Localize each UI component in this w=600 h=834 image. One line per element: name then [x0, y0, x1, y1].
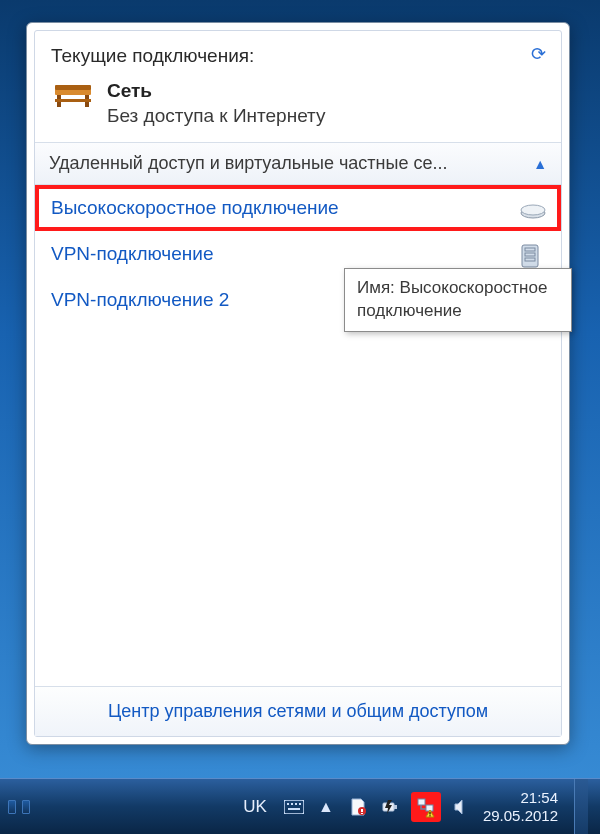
svg-rect-9: [525, 253, 535, 256]
system-tray: UK ▲ 21:54 29.05.2012: [237, 779, 600, 835]
current-network-text: Сеть Без доступа к Интернету: [107, 79, 326, 128]
volume-icon[interactable]: [451, 796, 473, 818]
clock-date: 29.05.2012: [483, 807, 558, 824]
network-status: Без доступа к Интернету: [107, 104, 326, 129]
svg-rect-26: [418, 799, 425, 805]
svg-point-6: [521, 205, 545, 215]
show-desktop-button[interactable]: [574, 779, 588, 835]
svg-rect-18: [295, 803, 297, 805]
svg-rect-23: [361, 813, 363, 814]
connection-label: VPN-подключение: [51, 243, 214, 265]
connection-tooltip: Имя: Высокоскоростное подключение: [344, 268, 572, 332]
modem-icon: [519, 197, 547, 219]
language-indicator[interactable]: UK: [237, 795, 273, 819]
taskbar-left: [0, 800, 237, 814]
svg-rect-20: [288, 808, 300, 810]
svg-rect-4: [55, 99, 91, 102]
power-icon[interactable]: [379, 796, 401, 818]
connection-item[interactable]: Высокоскоростное подключение: [35, 185, 561, 231]
connection-label: VPN-подключение 2: [51, 289, 229, 311]
refresh-icon[interactable]: ⟳: [527, 43, 549, 65]
server-icon: [519, 243, 547, 265]
network-flyout: Текущие подключения: ⟳ Сеть Без доступа …: [26, 22, 570, 745]
taskbar-window-2[interactable]: [22, 800, 30, 814]
clock-time: 21:54: [483, 789, 558, 806]
network-tray-icon[interactable]: [411, 792, 441, 822]
taskbar-clock[interactable]: 21:54 29.05.2012: [483, 789, 558, 824]
taskbar-window-1[interactable]: [8, 800, 16, 814]
flyout-header: Текущие подключения: ⟳: [35, 31, 561, 75]
connection-list: Высокоскоростное подключениеVPN-подключе…: [35, 185, 561, 686]
svg-rect-17: [291, 803, 293, 805]
svg-rect-10: [525, 258, 535, 261]
dialup-vpn-section-header[interactable]: Удаленный доступ и виртуальные частные с…: [35, 142, 561, 185]
flyout-inner: Текущие подключения: ⟳ Сеть Без доступа …: [34, 30, 562, 737]
svg-rect-19: [299, 803, 301, 805]
connection-label: Высокоскоростное подключение: [51, 197, 339, 219]
section-label: Удаленный доступ и виртуальные частные с…: [49, 153, 448, 174]
svg-rect-29: [429, 815, 430, 816]
svg-rect-25: [394, 805, 397, 809]
svg-rect-28: [429, 812, 430, 815]
current-network-row: Сеть Без доступа к Интернету: [35, 75, 561, 142]
bench-network-icon: [51, 79, 95, 113]
svg-rect-8: [525, 248, 535, 251]
svg-rect-22: [361, 809, 363, 812]
current-connections-title: Текущие подключения:: [51, 45, 254, 67]
chevron-up-tray-icon[interactable]: ▲: [315, 796, 337, 818]
tooltip-text: Имя: Высокоскоростное подключение: [357, 278, 547, 320]
svg-rect-15: [284, 800, 304, 814]
svg-rect-1: [55, 85, 91, 90]
chevron-up-icon: ▲: [533, 156, 547, 172]
keyboard-icon[interactable]: [283, 796, 305, 818]
network-name: Сеть: [107, 79, 326, 104]
network-sharing-center-link[interactable]: Центр управления сетями и общим доступом: [35, 686, 561, 736]
svg-rect-16: [287, 803, 289, 805]
action-center-icon[interactable]: [347, 796, 369, 818]
taskbar: UK ▲ 21:54 29.05.2012: [0, 778, 600, 834]
